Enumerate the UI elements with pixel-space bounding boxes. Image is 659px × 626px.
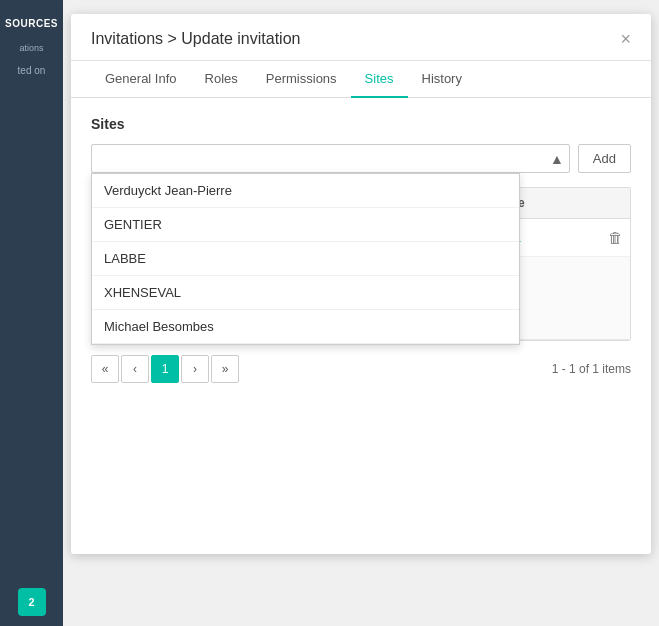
tab-roles[interactable]: Roles <box>191 61 252 98</box>
search-input-wrap: ▲ Verduyckt Jean-Pierre GENTIER LABBE XH… <box>91 144 570 173</box>
tab-sites[interactable]: Sites <box>351 61 408 98</box>
search-row: ▲ Verduyckt Jean-Pierre GENTIER LABBE XH… <box>91 144 631 173</box>
sidebar-badge[interactable]: 2 <box>18 588 46 616</box>
dropdown-scroll-area[interactable]: Verduyckt Jean-Pierre GENTIER LABBE XHEN… <box>92 174 519 344</box>
site-dropdown-list: Verduyckt Jean-Pierre GENTIER LABBE XHEN… <box>91 173 520 345</box>
modal-dialog: Invitations > Update invitation × Genera… <box>71 14 651 554</box>
site-search-input[interactable] <box>91 144 570 173</box>
page-first-button[interactable]: « <box>91 355 119 383</box>
page-1-button[interactable]: 1 <box>151 355 179 383</box>
sidebar: SOURCES ations ted on 2 <box>0 0 63 626</box>
sidebar-bottom: 2 <box>0 588 63 626</box>
th-action <box>594 188 630 218</box>
sidebar-column-header: ted on <box>0 59 63 82</box>
dropdown-item-1[interactable]: GENTIER <box>92 208 519 242</box>
sites-section-title: Sites <box>91 116 631 132</box>
dropdown-item-4[interactable]: Michael Besombes <box>92 310 519 344</box>
modal-close-button[interactable]: × <box>620 30 631 48</box>
row-action: 🗑 <box>594 219 630 256</box>
sidebar-section: ations <box>0 37 63 59</box>
page-prev-button[interactable]: ‹ <box>121 355 149 383</box>
tab-history[interactable]: History <box>408 61 476 98</box>
modal-title: Invitations > Update invitation <box>91 30 300 48</box>
add-site-button[interactable]: Add <box>578 144 631 173</box>
tabs-bar: General Info Roles Permissions Sites His… <box>71 61 651 98</box>
pagination-row: « ‹ 1 › » 1 - 1 of 1 items <box>91 355 631 383</box>
modal-header: Invitations > Update invitation × <box>71 14 651 61</box>
dropdown-item-3[interactable]: XHENSEVAL <box>92 276 519 310</box>
main-area: Invitations > Update invitation × Genera… <box>63 0 659 626</box>
page-info: 1 - 1 of 1 items <box>552 362 631 376</box>
page-next-button[interactable]: › <box>181 355 209 383</box>
page-controls: « ‹ 1 › » <box>91 355 239 383</box>
modal-content: Sites ▲ Verduyckt Jean-Pierre GENTIER LA… <box>71 98 651 401</box>
dropdown-item-2[interactable]: LABBE <box>92 242 519 276</box>
tab-general-info[interactable]: General Info <box>91 61 191 98</box>
dropdown-item-0[interactable]: Verduyckt Jean-Pierre <box>92 174 519 208</box>
page-last-button[interactable]: » <box>211 355 239 383</box>
delete-row-button[interactable]: 🗑 <box>604 227 627 248</box>
sidebar-title: SOURCES <box>1 10 62 37</box>
tab-permissions[interactable]: Permissions <box>252 61 351 98</box>
